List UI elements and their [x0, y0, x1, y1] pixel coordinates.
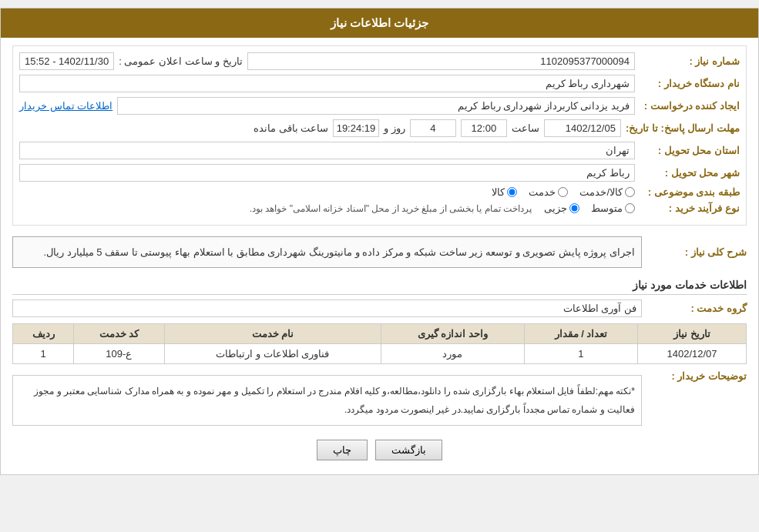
col-kod-khadamat: کد خدمت: [74, 324, 165, 344]
row-tabaqe: طبقه بندی موضوعی : کالا/خدمت خدمت کالا: [19, 186, 740, 198]
page-container: جزئیات اطلاعات نیاز شماره نیاز : 1102095…: [0, 8, 759, 475]
shahr-value: رباط کریم: [19, 164, 635, 182]
row-sharhKolli: شرح کلی نیاز : اجرای پروژه پایش تصویری و…: [12, 232, 747, 273]
radio-jozii: جزیی: [544, 202, 579, 214]
col-vahed: واحد اندازه گیری: [381, 324, 525, 344]
shahr-label: شهر محل تحویل :: [640, 167, 740, 179]
farayand-note: پرداخت تمام یا بخشی از مبلغ خرید از محل …: [250, 203, 532, 214]
content-area: شماره نیاز : 1102095377000094 تاریخ و سا…: [1, 38, 758, 474]
row-shomareNiaz: شماره نیاز : 1102095377000094 تاریخ و سا…: [19, 52, 740, 70]
roz-label: روز و: [384, 122, 405, 134]
groheKhadamat-label: گروه خدمت :: [646, 303, 747, 314]
radio-khadamat-label: خدمت: [529, 186, 556, 198]
top-info-section: شماره نیاز : 1102095377000094 تاریخ و سا…: [12, 45, 747, 226]
bazgasht-button[interactable]: بازگشت: [375, 440, 442, 460]
chap-button[interactable]: چاپ: [317, 440, 368, 460]
page-title: جزئیات اطلاعات نیاز: [331, 16, 428, 29]
radio-motavasset: متوسط: [591, 202, 635, 214]
radio-kala-khadamat-input[interactable]: [625, 187, 635, 197]
row-ijadKonande: ایجاد کننده درخواست : فرید یزدانی کاربرد…: [19, 97, 740, 115]
row-ostan: استان محل تحویل : تهران: [19, 142, 740, 159]
farayand-radio-group: متوسط جزیی: [544, 202, 635, 214]
row-mohlatPasokh: مهلت ارسال پاسخ: تا تاریخ: 1402/12/05 سا…: [19, 119, 740, 137]
roz-value: 4: [410, 119, 456, 137]
ostan-label: استان محل تحویل :: [640, 145, 740, 156]
tabaqe-label: طبقه بندی موضوعی :: [640, 186, 740, 198]
table-cell: 1: [524, 344, 637, 364]
tosihKharidar-label: توضیحات خریدار :: [646, 370, 747, 382]
col-nam-khadamat: نام خدمت: [164, 324, 381, 344]
table-cell: 1402/12/07: [638, 344, 747, 364]
noeFarayand-label: نوع فرآیند خرید :: [640, 202, 740, 214]
button-row: بازگشت چاپ: [12, 440, 747, 460]
radio-jozii-input[interactable]: [569, 203, 579, 213]
baghimande-label: ساعت باقی مانده: [254, 122, 328, 134]
tarikhoSaat-value: 1402/11/30 - 15:52: [19, 52, 114, 70]
ostan-value: تهران: [19, 142, 635, 159]
col-radif: ردیف: [13, 324, 74, 344]
page-header: جزئیات اطلاعات نیاز: [1, 8, 758, 38]
khadamat-section-title: اطلاعات خدمات مورد نیاز: [12, 279, 747, 295]
row-groheKhadamat: گروه خدمت : فن آوری اطلاعات: [12, 299, 747, 317]
radio-khadamat-input[interactable]: [558, 187, 568, 197]
radio-kala-khadamat: کالا/خدمت: [579, 186, 635, 198]
col-tarikh-niaz: تاریخ نیاز: [638, 324, 747, 344]
radio-motavasset-label: متوسط: [591, 202, 623, 214]
table-row: 1402/12/071موردفناوری اطلاعات و ارتباطات…: [13, 344, 747, 364]
shomareNiaz-label: شماره نیاز :: [640, 55, 740, 67]
namDastgah-value: شهرداری رباط کریم: [19, 75, 635, 92]
khadamat-table: تاریخ نیاز تعداد / مقدار واحد اندازه گیر…: [12, 323, 747, 364]
radio-kala: کالا: [492, 186, 517, 198]
radio-kala-input[interactable]: [507, 187, 517, 197]
radio-khadamat: خدمت: [529, 186, 568, 198]
radio-kala-label: کالا: [492, 186, 505, 198]
shomareNiaz-value: 1102095377000094: [247, 52, 635, 70]
saat-value: 12:00: [461, 119, 507, 137]
tabaqe-radio-group: کالا/خدمت خدمت کالا: [492, 186, 635, 198]
namDastgah-label: نام دستگاه خریدار :: [640, 78, 740, 89]
table-cell: 1: [13, 344, 74, 364]
tosihKharidar-note: *نکته مهم:لطفاً فایل استعلام بهاء بارگزا…: [12, 375, 642, 426]
radio-jozii-label: جزیی: [544, 202, 567, 214]
radio-kala-khadamat-label: کالا/خدمت: [579, 186, 623, 198]
ijadKonande-value: فرید یزدانی کاربرداز شهرداری رباط کریم: [117, 97, 635, 115]
sharhKolli-value: اجرای پروژه پایش تصویری و توسعه زیر ساخت…: [12, 236, 642, 268]
khadamat-table-section: تاریخ نیاز تعداد / مقدار واحد اندازه گیر…: [12, 323, 747, 364]
sharhKolli-label: شرح کلی نیاز :: [646, 246, 747, 258]
tamas-khardar-link[interactable]: اطلاعات تماس خریدار: [19, 100, 113, 112]
table-header-row: تاریخ نیاز تعداد / مقدار واحد اندازه گیر…: [13, 324, 747, 344]
ijadKonande-label: ایجاد کننده درخواست :: [640, 100, 740, 112]
saat-label: ساعت: [512, 122, 539, 134]
row-tosihKharidar: توضیحات خریدار : *نکته مهم:لطفاً فایل اس…: [12, 370, 747, 430]
baghimande-value: 19:24:19: [333, 119, 379, 137]
mohlatPasokh-date: 1402/12/05: [544, 119, 621, 137]
tarikhoSaat-label: تاریخ و ساعت اعلان عمومی :: [119, 55, 243, 67]
table-cell: ع-109: [74, 344, 165, 364]
mohlatPasokh-label: مهلت ارسال پاسخ: تا تاریخ:: [626, 122, 740, 134]
col-tedad: تعداد / مقدار: [524, 324, 637, 344]
tosih-note-text: *نکته مهم:لطفاً فایل استعلام بهاء بارگزا…: [34, 386, 635, 415]
table-cell: فناوری اطلاعات و ارتباطات: [164, 344, 381, 364]
row-noeFarayand: نوع فرآیند خرید : متوسط جزیی پرداخت تمام…: [19, 202, 740, 214]
groheKhadamat-value: فن آوری اطلاعات: [12, 299, 642, 317]
radio-motavasset-input[interactable]: [625, 203, 635, 213]
row-shahr: شهر محل تحویل : رباط کریم: [19, 164, 740, 182]
row-namDastgah: نام دستگاه خریدار : شهرداری رباط کریم: [19, 75, 740, 92]
table-cell: مورد: [381, 344, 525, 364]
